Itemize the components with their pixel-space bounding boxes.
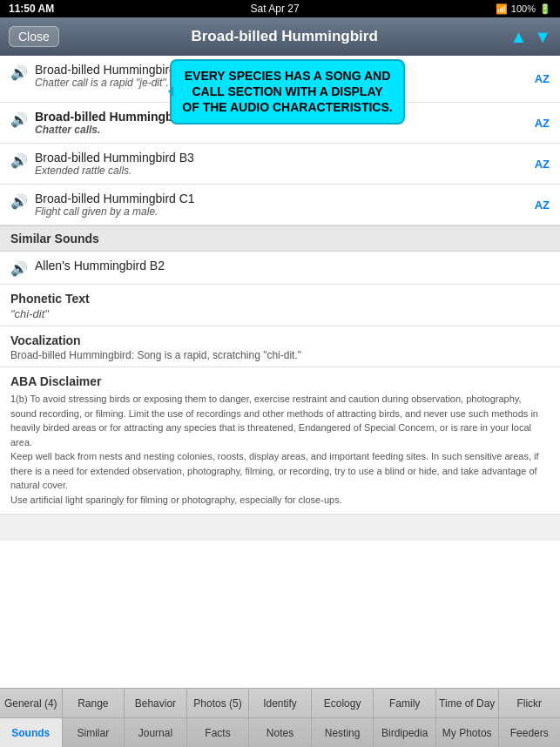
item-desc-4: Flight call given by a male.: [35, 205, 528, 218]
az-badge-3: AZ: [535, 158, 550, 171]
tab-row-2: SoundsSimilarJournalFactsNotesNestingBir…: [0, 718, 560, 747]
sound-list: 🔊 Broad-billed Hummingbird B1 Chatter ca…: [0, 56, 560, 225]
status-date: Sat Apr 27: [251, 3, 300, 15]
tab-row1-general-(4)[interactable]: General (4): [0, 689, 63, 718]
phonetic-section: Phonetic Text "chi-dit": [0, 285, 560, 326]
phonetic-text: "chi-dit": [10, 307, 550, 320]
tab-row2-similar[interactable]: Similar: [63, 718, 125, 747]
aba-section: ABA Disclaimer 1(b) To avoid stressing b…: [0, 367, 560, 515]
az-badge-2: AZ: [535, 117, 550, 130]
status-right: 📶 100% 🔋: [496, 3, 551, 15]
item-desc-3: Extended rattle calls.: [35, 165, 528, 177]
similar-sound-item-1: 🔊 Allen's Hummingbird B2: [0, 252, 560, 285]
tab-row2-notes[interactable]: Notes: [249, 718, 312, 747]
sound-item-4: 🔊 Broad-billed Hummingbird C1 Flight cal…: [0, 185, 560, 225]
item-content-4: Broad-billed Hummingbird C1 Flight call …: [35, 192, 528, 218]
tab-row1-flickr[interactable]: Flickr: [499, 689, 561, 718]
nav-down-arrow[interactable]: ▼: [534, 27, 551, 47]
tab-row2-nesting[interactable]: Nesting: [312, 718, 374, 747]
tab-row1-photos-(5)[interactable]: Photos (5): [187, 689, 250, 718]
tooltip-bubble: EVERY SPECIES HAS A SONG AND CALL SECTIO…: [170, 59, 405, 124]
sound-item-1: 🔊 Broad-billed Hummingbird B1 Chatter ca…: [0, 56, 560, 103]
tab-row2-sounds[interactable]: Sounds: [0, 718, 63, 747]
vocalization-section: Vocalization Broad-billed Hummingbird: S…: [0, 326, 560, 367]
tab-row2-facts[interactable]: Facts: [187, 718, 250, 747]
tab-row1-range[interactable]: Range: [63, 689, 125, 718]
tab-row1-identify[interactable]: Identify: [249, 689, 312, 718]
item-desc-2: Chatter calls.: [35, 124, 528, 136]
status-time: 11:50 AM: [9, 3, 54, 15]
az-badge-1: AZ: [535, 72, 550, 85]
item-title-4: Broad-billed Hummingbird C1: [35, 192, 528, 205]
similar-sounds-header: Similar Sounds: [0, 225, 560, 252]
nav-up-arrow[interactable]: ▲: [509, 27, 527, 47]
speaker-icon-1[interactable]: 🔊: [10, 64, 28, 81]
battery-pct: 100%: [511, 3, 536, 14]
tab-row2-birdipedia[interactable]: Birdipedia: [374, 718, 436, 747]
tab-row1-behavior[interactable]: Behavior: [125, 689, 187, 718]
status-bar: 11:50 AM Sat Apr 27 📶 100% 🔋: [0, 0, 560, 17]
aba-title: ABA Disclaimer: [10, 374, 550, 388]
similar-content-1: Allen's Hummingbird B2: [35, 259, 550, 273]
az-badge-4: AZ: [535, 199, 550, 212]
main-content: 🔊 Broad-billed Hummingbird B1 Chatter ca…: [0, 56, 560, 688]
speaker-icon-similar-1[interactable]: 🔊: [10, 260, 28, 277]
battery-full-icon: 🔋: [539, 3, 551, 15]
phonetic-title: Phonetic Text: [10, 292, 550, 306]
battery-icon: 📶: [496, 3, 508, 15]
nav-title: Broad-billed Hummingbird: [191, 28, 377, 45]
tab-row2-my-photos[interactable]: My Photos: [436, 718, 499, 747]
voc-title: Vocalization: [10, 333, 550, 347]
nav-arrows: ▲ ▼: [509, 27, 551, 47]
aba-text: 1(b) To avoid stressing birds or exposin…: [10, 392, 550, 507]
nav-bar: Close Broad-billed Hummingbird ▲ ▼: [0, 17, 560, 56]
tab-row1-time-of-day[interactable]: Time of Day: [436, 689, 499, 718]
voc-text: Broad-billed Hummingbird: Song is a rapi…: [10, 349, 550, 361]
similar-title-1: Allen's Hummingbird B2: [35, 259, 550, 273]
tab-row1-ecology[interactable]: Ecology: [312, 689, 374, 718]
speaker-icon-4[interactable]: 🔊: [10, 193, 28, 210]
item-title-3: Broad-billed Hummingbird B3: [35, 151, 528, 165]
bottom-spacer: [0, 515, 560, 541]
speaker-icon-2[interactable]: 🔊: [10, 111, 28, 128]
tab-bar: General (4)RangeBehaviorPhotos (5)Identi…: [0, 688, 560, 747]
tab-row2-feeders[interactable]: Feeders: [499, 718, 561, 747]
item-content-3: Broad-billed Hummingbird B3 Extended rat…: [35, 151, 528, 177]
close-button[interactable]: Close: [9, 26, 59, 47]
tab-row1-family[interactable]: Family: [374, 689, 436, 718]
tab-row2-journal[interactable]: Journal: [125, 718, 187, 747]
sound-item-3: 🔊 Broad-billed Hummingbird B3 Extended r…: [0, 144, 560, 185]
tab-row-1: General (4)RangeBehaviorPhotos (5)Identi…: [0, 689, 560, 718]
speaker-icon-3[interactable]: 🔊: [10, 152, 28, 169]
